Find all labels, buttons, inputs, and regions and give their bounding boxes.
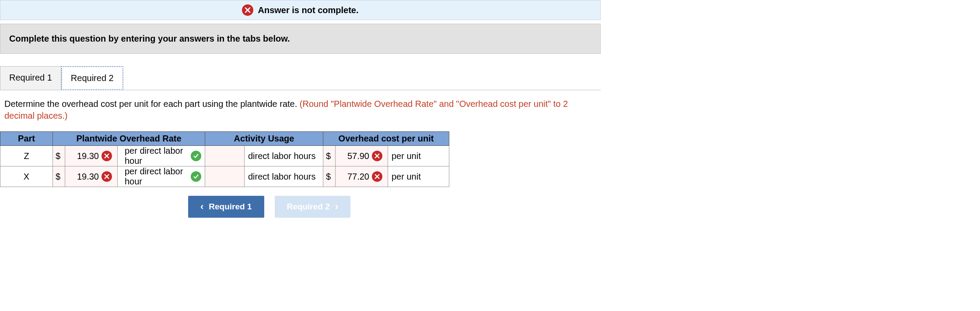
tab-label: Required 2: [71, 73, 114, 83]
rate-unit-select[interactable]: per direct labor hour: [118, 146, 205, 166]
cost-unit: per unit: [388, 166, 449, 187]
nav-row: ‹ Required 1 Required 2 ›: [188, 196, 980, 218]
cross-icon: [372, 151, 382, 161]
activity-qty[interactable]: [205, 146, 245, 166]
cross-icon: [102, 151, 112, 161]
activity-label: direct labor hours: [245, 146, 323, 166]
status-text: Answer is not complete.: [258, 5, 358, 15]
chevron-left-icon: ‹: [200, 201, 203, 212]
rate-value: 19.30: [77, 172, 99, 182]
currency-symbol: $: [53, 166, 65, 187]
chevron-right-icon: ›: [335, 201, 338, 212]
activity-qty[interactable]: [205, 166, 245, 187]
table-row: X $ 19.30 per direct labor hour direct l…: [0, 166, 449, 187]
tab-required-2[interactable]: Required 2: [61, 66, 123, 90]
answer-table: Part Plantwide Overhead Rate Activity Us…: [0, 131, 449, 187]
prev-label: Required 1: [209, 202, 252, 212]
cost-value: 77.20: [347, 172, 369, 182]
header-activity: Activity Usage: [205, 132, 323, 146]
rate-input[interactable]: 19.30: [65, 146, 118, 166]
cost-input[interactable]: 77.20: [336, 166, 388, 187]
question-text: Determine the overhead cost per unit for…: [4, 98, 596, 122]
rate-unit-select[interactable]: per direct labor hour: [118, 166, 205, 187]
question-area: Determine the overhead cost per unit for…: [0, 90, 601, 130]
table-row: Z $ 19.30 per direct labor hour direct l…: [0, 146, 449, 166]
currency-symbol: $: [53, 146, 65, 166]
header-rate: Plantwide Overhead Rate: [53, 132, 205, 146]
rate-value: 19.30: [77, 151, 99, 161]
rate-unit: per direct labor hour: [125, 166, 191, 187]
header-part: Part: [0, 132, 53, 146]
check-icon: [191, 171, 201, 182]
next-label: Required 2: [287, 202, 330, 212]
status-banner: Answer is not complete.: [0, 0, 601, 20]
check-icon: [191, 151, 201, 161]
currency-symbol: $: [323, 166, 336, 187]
cross-icon: [242, 4, 253, 16]
instruction-bar: Complete this question by entering your …: [0, 24, 601, 54]
currency-symbol: $: [323, 146, 336, 166]
cost-value: 57.90: [347, 151, 369, 161]
cross-icon: [372, 171, 382, 182]
header-row: Part Plantwide Overhead Rate Activity Us…: [0, 132, 449, 146]
activity-label: direct labor hours: [245, 166, 323, 187]
question-main: Determine the overhead cost per unit for…: [4, 99, 300, 109]
cross-icon: [102, 171, 112, 182]
next-button[interactable]: Required 2 ›: [275, 196, 351, 218]
header-cost: Overhead cost per unit: [323, 132, 449, 146]
rate-input[interactable]: 19.30: [65, 166, 118, 187]
rate-unit: per direct labor hour: [125, 146, 191, 166]
cost-input[interactable]: 57.90: [336, 146, 388, 166]
part-cell: X: [0, 166, 53, 187]
prev-button[interactable]: ‹ Required 1: [188, 196, 264, 218]
part-cell: Z: [0, 146, 53, 166]
tab-label: Required 1: [9, 73, 52, 82]
tabs: Required 1 Required 2: [0, 66, 980, 90]
cost-unit: per unit: [388, 146, 449, 166]
tab-required-1[interactable]: Required 1: [0, 66, 61, 90]
instruction-text: Complete this question by entering your …: [9, 34, 290, 43]
